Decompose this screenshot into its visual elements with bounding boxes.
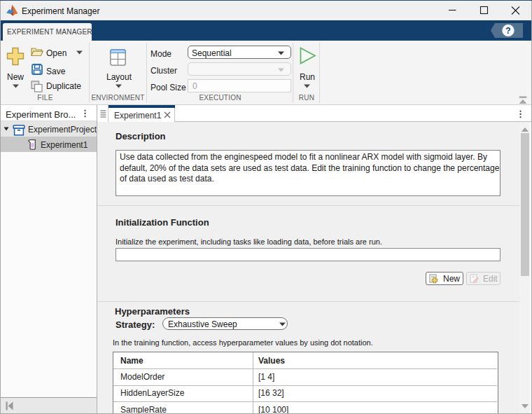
svg-text:?: ? [505,26,510,36]
